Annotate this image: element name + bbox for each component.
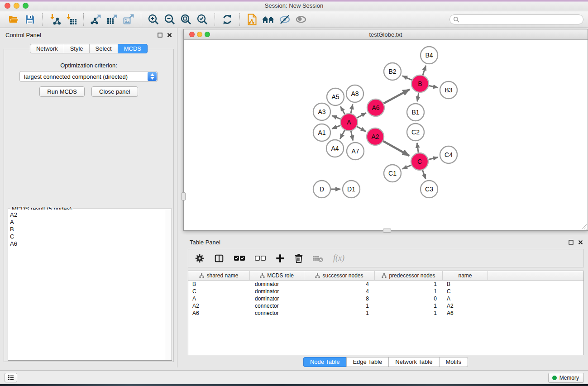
- cell-mcds-role[interactable]: connector: [250, 310, 304, 316]
- close-panel-button-inline[interactable]: Close panel: [91, 86, 138, 97]
- graph-node-A1[interactable]: A1: [313, 124, 330, 141]
- tab-network[interactable]: Network: [30, 44, 64, 53]
- table-row[interactable]: C dominator 4 1 C: [188, 288, 583, 295]
- search-input[interactable]: [461, 15, 583, 24]
- cell-name[interactable]: C: [443, 288, 488, 295]
- cell-successor-nodes[interactable]: 4: [304, 281, 375, 287]
- cell-mcds-role[interactable]: dominator: [250, 281, 304, 287]
- minimize-window-button[interactable]: [14, 3, 19, 9]
- list-item[interactable]: A: [10, 219, 165, 226]
- graph-node-A6[interactable]: A6: [367, 99, 384, 116]
- column-header-shared-name[interactable]: shared name: [188, 271, 250, 280]
- close-panel-button[interactable]: [167, 32, 172, 38]
- list-item[interactable]: A2: [10, 211, 165, 219]
- graph-edge-A-A5[interactable]: [340, 106, 344, 114]
- graph-edge-C-C1[interactable]: [402, 165, 411, 169]
- tab-motifs[interactable]: Motifs: [439, 357, 468, 367]
- graph-node-A3[interactable]: A3: [313, 103, 330, 120]
- graph-node-A[interactable]: A: [340, 114, 358, 131]
- graph-edge-A-A1[interactable]: [332, 125, 340, 129]
- network-from-file-button[interactable]: [244, 13, 260, 26]
- graph-node-B[interactable]: B: [411, 75, 429, 92]
- zoom-selected-button[interactable]: [194, 13, 210, 26]
- resize-grip-icon[interactable]: [581, 224, 587, 230]
- cell-shared-name[interactable]: A: [188, 295, 250, 302]
- network-canvas[interactable]: B4B2BB3A8A5A6A3B1AA1C2A2A4A7C4CC1C3DD1: [184, 40, 588, 230]
- graph-edge-A-A4[interactable]: [340, 130, 344, 139]
- select-all-button[interactable]: [234, 252, 245, 265]
- search-field[interactable]: [449, 14, 583, 24]
- list-item[interactable]: B: [10, 226, 165, 233]
- table-row[interactable]: A2 connector 1 1 A2: [188, 302, 583, 310]
- refresh-button[interactable]: [219, 13, 235, 26]
- export-network-button[interactable]: [88, 13, 104, 26]
- graph-edge-A6-B[interactable]: [384, 89, 410, 103]
- list-item[interactable]: A6: [10, 240, 165, 248]
- optimization-criterion-dropdown[interactable]: largest connected component (directed): [19, 71, 158, 82]
- create-column-button[interactable]: [275, 252, 285, 265]
- cell-name[interactable]: A: [443, 295, 488, 302]
- graph-node-B3[interactable]: B3: [440, 81, 457, 99]
- splitter-grip-left[interactable]: [182, 192, 186, 200]
- cell-predecessor-nodes[interactable]: 1: [375, 303, 443, 309]
- graph-node-B2[interactable]: B2: [384, 63, 401, 80]
- save-session-button[interactable]: [22, 13, 38, 26]
- close-view-button[interactable]: [189, 32, 195, 37]
- open-file-button[interactable]: [5, 13, 22, 26]
- graph-node-A5[interactable]: A5: [327, 88, 344, 105]
- graph-edge-B-B1[interactable]: [417, 93, 419, 102]
- show-panel-menu-button[interactable]: [5, 373, 17, 382]
- hide-details-button[interactable]: [277, 13, 293, 26]
- graph-edge-A-A7[interactable]: [351, 131, 353, 141]
- export-image-button[interactable]: [120, 13, 137, 26]
- cell-predecessor-nodes[interactable]: 1: [375, 281, 443, 287]
- cell-successor-nodes[interactable]: 4: [304, 288, 375, 295]
- graph-edge-A-A8[interactable]: [351, 105, 353, 114]
- cell-name[interactable]: A6: [443, 310, 488, 316]
- cell-predecessor-nodes[interactable]: 1: [375, 288, 443, 295]
- delete-column-button[interactable]: [294, 252, 303, 265]
- column-header-successor-nodes[interactable]: successor nodes: [304, 271, 375, 280]
- cell-successor-nodes[interactable]: 8: [304, 295, 375, 302]
- run-mcds-button[interactable]: Run MCDS: [39, 86, 85, 97]
- graph-node-C[interactable]: C: [411, 153, 428, 170]
- graph-edge-A2-C[interactable]: [383, 141, 409, 156]
- graph-edge-B-B2[interactable]: [402, 76, 412, 80]
- cell-name[interactable]: B: [443, 281, 488, 287]
- import-network-button[interactable]: [47, 13, 63, 26]
- cell-mcds-role[interactable]: connector: [250, 303, 304, 309]
- table-row[interactable]: B dominator 4 1 B: [188, 281, 583, 288]
- float-panel-button[interactable]: [157, 32, 163, 38]
- delete-table-button[interactable]: [312, 252, 324, 265]
- cell-shared-name[interactable]: A2: [188, 303, 250, 309]
- splitter-grip-bottom[interactable]: [383, 229, 391, 233]
- graph-edge-C-C4[interactable]: [428, 157, 438, 159]
- graph-node-B4[interactable]: B4: [421, 47, 438, 64]
- close-table-panel-button[interactable]: [578, 239, 583, 245]
- network-graph[interactable]: B4B2BB3A8A5A6A3B1AA1C2A2A4A7C4CC1C3DD1: [184, 40, 588, 230]
- graph-edge-C-C3[interactable]: [423, 170, 426, 179]
- function-builder-button[interactable]: f(x): [333, 252, 344, 265]
- cell-successor-nodes[interactable]: 1: [304, 310, 375, 316]
- graph-node-C1[interactable]: C1: [384, 165, 401, 182]
- graph-node-C2[interactable]: C2: [407, 124, 424, 141]
- cell-mcds-role[interactable]: dominator: [250, 295, 304, 302]
- column-header-mcds-role[interactable]: MCDS role: [250, 271, 304, 280]
- zoom-fit-button[interactable]: [178, 13, 194, 26]
- table-settings-button[interactable]: [195, 252, 205, 265]
- graph-node-C4[interactable]: C4: [440, 146, 457, 163]
- cell-predecessor-nodes[interactable]: 1: [375, 310, 443, 316]
- table-row[interactable]: A6 connector 1 1 A6: [188, 310, 583, 317]
- show-details-button[interactable]: [293, 13, 309, 26]
- close-window-button[interactable]: [5, 3, 10, 9]
- graph-edge-C-C2[interactable]: [417, 143, 418, 152]
- result-list-scrollbar[interactable]: [165, 210, 171, 360]
- cell-successor-nodes[interactable]: 1: [304, 303, 375, 309]
- graph-node-C3[interactable]: C3: [421, 181, 438, 198]
- cell-mcds-role[interactable]: dominator: [250, 288, 304, 295]
- list-item[interactable]: C: [10, 233, 165, 240]
- cell-predecessor-nodes[interactable]: 0: [375, 295, 443, 302]
- graph-edge-B-B3[interactable]: [429, 86, 438, 87]
- graph-edge-A-A6[interactable]: [357, 113, 366, 118]
- graph-node-D[interactable]: D: [313, 181, 330, 198]
